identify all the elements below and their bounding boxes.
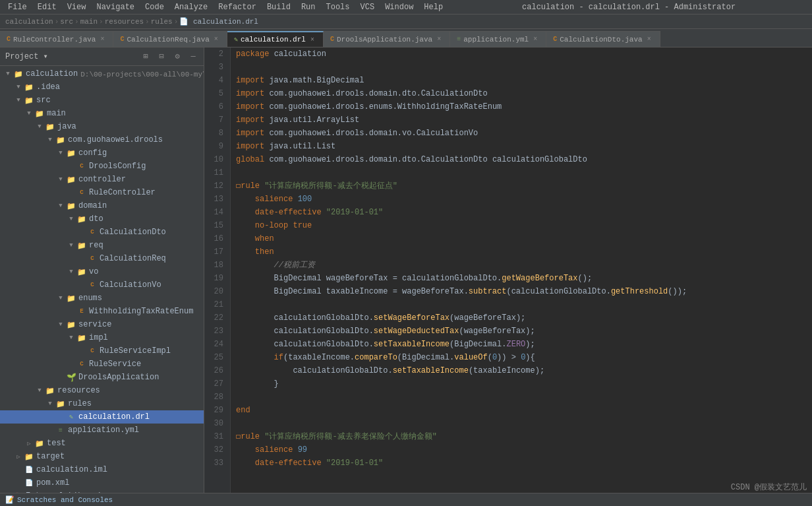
tree-item-rulecontroller[interactable]: C RuleController bbox=[0, 186, 204, 199]
menu-tools[interactable]: Tools bbox=[321, 0, 355, 15]
folder-icon: 📁 bbox=[76, 241, 87, 250]
tab-close-dto[interactable]: × bbox=[645, 36, 653, 44]
tab-calculationreq[interactable]: C CalculationReq.java × bbox=[113, 31, 227, 47]
code-area[interactable]: 2 3 4 5 6 7 8 9 10 11 12 13 14 15 16 17 … bbox=[204, 47, 812, 493]
sidebar-icon-gear[interactable]: ⚙ bbox=[172, 51, 183, 62]
editor[interactable]: 2 3 4 5 6 7 8 9 10 11 12 13 14 15 16 17 … bbox=[204, 47, 812, 493]
tree-item-domain[interactable]: ▼ 📁 domain bbox=[0, 199, 204, 212]
code-line: global com.guohaowei.drools.domain.dto.C… bbox=[236, 153, 807, 166]
code-line: calculationGlobalDto.setWageDeductedTax(… bbox=[236, 325, 807, 338]
scratches-label[interactable]: Scratches and Consoles bbox=[17, 496, 113, 504]
tree-item-rules[interactable]: ▼ 📁 rules bbox=[0, 397, 204, 410]
code-line: no-loop true bbox=[236, 219, 807, 232]
window-title: calculation - calculation.drl - Administ… bbox=[448, 3, 809, 12]
tree-item-enum[interactable]: E WithholdingTaxRateEnum bbox=[0, 305, 204, 318]
sidebar-icon-folders[interactable]: ⊞ bbox=[140, 51, 151, 62]
tab-close-droolsapp[interactable]: × bbox=[435, 36, 443, 44]
code-line: salience 99 bbox=[236, 443, 807, 457]
code-line bbox=[236, 391, 807, 404]
tree-item-calculationreq[interactable]: C CalculationReq bbox=[0, 252, 204, 265]
sidebar-title: Project ▾ bbox=[5, 51, 135, 61]
tree-item-req[interactable]: ▼ 📁 req bbox=[0, 239, 204, 252]
code-line: calculationGlobalDto.setTaxableIncome(ta… bbox=[236, 364, 807, 377]
enum-icon: E bbox=[76, 308, 87, 315]
code-line bbox=[236, 166, 807, 179]
code-line: salience 100 bbox=[236, 193, 807, 206]
tree-item-calculation[interactable]: ▼ 📁 calculation D:\00-projects\000-all\0… bbox=[0, 67, 204, 80]
tree-item-main[interactable]: ▼ 📁 main bbox=[0, 107, 204, 120]
tab-close-calculationreq[interactable]: × bbox=[212, 36, 220, 44]
tab-bar: C RuleController.java × C CalculationReq… bbox=[0, 29, 812, 47]
tree-item-calculation-iml[interactable]: 📄 calculation.iml bbox=[0, 463, 204, 476]
sidebar-header: Project ▾ ⊞ ⊟ ⚙ — bbox=[0, 47, 204, 66]
tab-application-yml[interactable]: ≡ application.yml × bbox=[450, 31, 546, 47]
tree-item-src[interactable]: ▼ 📁 src bbox=[0, 94, 204, 107]
tree-item-calculationdto[interactable]: C CalculationDto bbox=[0, 226, 204, 239]
java-icon: C bbox=[76, 163, 87, 170]
tab-close-yml[interactable]: × bbox=[531, 36, 539, 44]
tree-item-test[interactable]: ▷ 📁 test bbox=[0, 437, 204, 450]
menu-window[interactable]: Window bbox=[380, 0, 419, 15]
java-icon: C bbox=[76, 189, 87, 196]
folder-icon: 📁 bbox=[76, 215, 87, 224]
tree-item-java[interactable]: ▼ 📁 java bbox=[0, 120, 204, 133]
tree-item-application-yml[interactable]: ≡ application.yml bbox=[0, 424, 204, 437]
menu-code[interactable]: Code bbox=[140, 0, 169, 15]
tab-rulecontroller[interactable]: C RuleController.java × bbox=[0, 31, 113, 47]
bottom-bar: 📝 Scratches and Consoles bbox=[0, 493, 812, 506]
tree-item-dto[interactable]: ▼ 📁 dto bbox=[0, 212, 204, 226]
tab-close-drl[interactable]: × bbox=[308, 36, 316, 44]
code-content[interactable]: package calculation import java.math.Big… bbox=[231, 47, 812, 493]
folder-icon: 📁 bbox=[45, 123, 55, 131]
code-line: } bbox=[236, 377, 807, 391]
tab-droolsapplication[interactable]: C DroolsApplication.java × bbox=[324, 31, 450, 47]
tree-item-impl[interactable]: ▼ 📁 impl bbox=[0, 331, 204, 344]
breadcrumb: calculation › src › main › resources › r… bbox=[0, 15, 812, 29]
tree-item-vo[interactable]: ▼ 📁 vo bbox=[0, 265, 204, 278]
tree-item-service[interactable]: ▼ 📁 service bbox=[0, 318, 204, 331]
menu-view[interactable]: View bbox=[62, 0, 92, 15]
code-line: when bbox=[236, 232, 807, 245]
menu-file[interactable]: File bbox=[3, 0, 32, 15]
tree-item-droolsapplication[interactable]: 🌱 DroolsApplication bbox=[0, 371, 204, 384]
menu-refactor[interactable]: Refactor bbox=[213, 0, 262, 15]
xml-icon: 📄 bbox=[24, 466, 34, 474]
menu-build[interactable]: Build bbox=[262, 0, 296, 15]
java-icon: C bbox=[87, 282, 98, 288]
sidebar-icon-collapse[interactable]: ⊟ bbox=[156, 51, 167, 62]
code-line: import java.math.BigDecimal bbox=[236, 74, 807, 87]
java-icon: C bbox=[87, 229, 98, 236]
code-line: //税前工资 bbox=[236, 259, 807, 272]
tree-item-ruleserviceimpl[interactable]: C RuleServiceImpl bbox=[0, 344, 204, 358]
sidebar: Project ▾ ⊞ ⊟ ⚙ — ▼ 📁 calculation D:\00-… bbox=[0, 47, 204, 493]
menu-vcs[interactable]: VCS bbox=[355, 0, 380, 15]
tree-item-controller[interactable]: ▼ 📁 controller bbox=[0, 173, 204, 186]
menu-analyze[interactable]: Analyze bbox=[169, 0, 213, 15]
tree-item-target[interactable]: ▷ 📁 target bbox=[0, 450, 204, 463]
tree-item-package[interactable]: ▼ 📁 com.guohaowei.drools bbox=[0, 133, 204, 146]
tree-item-enums[interactable]: ▼ 📁 enums bbox=[0, 292, 204, 305]
sidebar-icon-close[interactable]: — bbox=[188, 51, 198, 62]
tree-item-calculationvo[interactable]: C CalculationVo bbox=[0, 278, 204, 292]
tree-item-calculation-drl[interactable]: ✎ calculation.drl bbox=[0, 410, 204, 424]
menu-bar: File Edit View Navigate Code Analyze Ref… bbox=[0, 0, 812, 15]
tab-close-rulecontroller[interactable]: × bbox=[98, 36, 106, 44]
folder-icon: 📁 bbox=[34, 110, 45, 118]
tab-calculation-drl[interactable]: ✎ calculation.drl × bbox=[227, 31, 324, 47]
code-line: BigDecimal wageBeforeTax = calculationGl… bbox=[236, 272, 807, 285]
menu-navigate[interactable]: Navigate bbox=[91, 0, 140, 15]
tree-item-resources[interactable]: ▼ 📁 resources bbox=[0, 384, 204, 397]
code-line: package calculation bbox=[236, 47, 807, 61]
tree-item-config[interactable]: ▼ 📁 config bbox=[0, 146, 204, 160]
tab-calculationdto[interactable]: C CalculationDto.java × bbox=[546, 31, 660, 47]
menu-run[interactable]: Run bbox=[296, 0, 321, 15]
tree-item-droolsconfig[interactable]: C DroolsConfig bbox=[0, 160, 204, 173]
java-icon: C bbox=[87, 255, 98, 262]
menu-edit[interactable]: Edit bbox=[32, 0, 62, 15]
menu-help[interactable]: Help bbox=[419, 0, 448, 15]
code-line bbox=[236, 417, 807, 430]
tree-item-pom[interactable]: 📄 pom.xml bbox=[0, 476, 204, 490]
tree-item-idea[interactable]: ▼ 📁 .idea bbox=[0, 80, 204, 94]
tree-item-ruleservice[interactable]: C RuleService bbox=[0, 358, 204, 371]
folder-icon: 📁 bbox=[66, 149, 76, 158]
